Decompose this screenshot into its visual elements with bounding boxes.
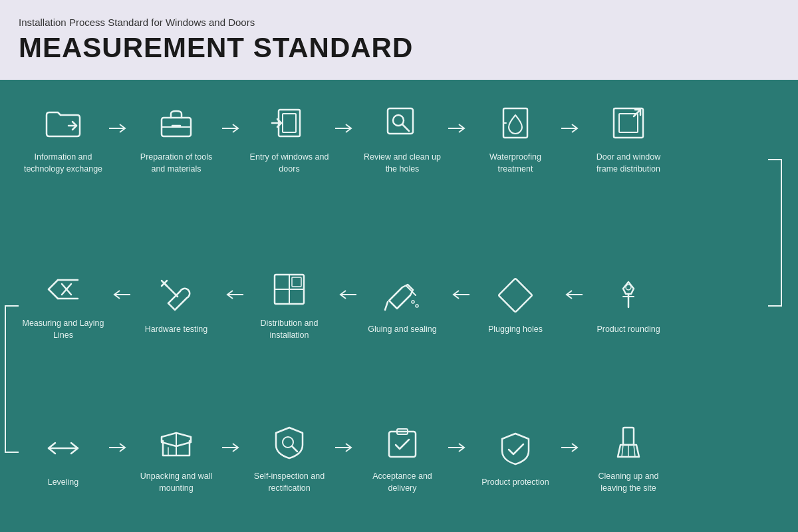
step-info-tech: Information and technology exchange — [20, 100, 106, 175]
step-cleanup: Cleaning up and leaving the site — [585, 419, 672, 494]
step-prep-tools-label: Preparation of tools and materials — [133, 152, 219, 175]
step-gluing: Gluing and sealing — [359, 272, 446, 336]
step-plugging-label: Plugging holes — [488, 324, 543, 336]
arrow-14 — [448, 441, 469, 454]
step-product-protect-label: Product protection — [481, 477, 549, 489]
row3: Leveling Unpacking and wall mounting — [20, 419, 672, 494]
step-measuring: Measuring and Laying Lines — [20, 266, 106, 341]
broom-icon — [605, 419, 652, 466]
header: Installation Process Standard for Window… — [0, 0, 798, 80]
svg-rect-59 — [623, 428, 634, 445]
svg-line-21 — [49, 289, 58, 299]
svg-line-60 — [622, 445, 623, 457]
arrow-11 — [109, 441, 130, 454]
arrow-15 — [561, 441, 583, 454]
header-subtitle: Installation Process Standard for Window… — [19, 17, 779, 28]
step-product-round-label: Product rounding — [597, 324, 660, 336]
wrench-icon — [153, 272, 200, 319]
svg-rect-18 — [619, 114, 638, 132]
svg-line-37 — [385, 302, 388, 310]
level-icon — [40, 425, 86, 471]
step-measuring-label: Measuring and Laying Lines — [20, 318, 106, 341]
protect-icon — [492, 425, 539, 471]
step-frame-dist-label: Door and window frame distribution — [585, 152, 672, 175]
arrow-12 — [222, 441, 243, 454]
row1: Information and technology exchange Prep… — [20, 100, 672, 175]
glue-icon — [379, 272, 426, 319]
arrow-8 — [335, 288, 356, 301]
row2: Measuring and Laying Lines Hardware test… — [20, 266, 672, 341]
plug-icon — [492, 272, 539, 319]
unpack-icon — [153, 419, 200, 466]
magnifier-icon — [379, 100, 426, 146]
arrow-7 — [222, 288, 243, 301]
header-title: MEASUREMENT STANDARD — [19, 32, 779, 64]
svg-rect-17 — [614, 108, 643, 138]
arrow-13 — [335, 441, 356, 454]
pin-icon — [605, 272, 652, 319]
step-plugging: Plugging holes — [472, 272, 559, 336]
step-self-inspect-label: Self-inspection and rectification — [246, 471, 332, 494]
waterproof-icon — [492, 100, 539, 146]
step-unpacking: Unpacking and wall mounting — [133, 419, 219, 494]
svg-line-12 — [402, 124, 409, 131]
main-content: Information and technology exchange Prep… — [0, 80, 798, 532]
step-entry-windows: Entry of windows and doors — [246, 100, 332, 175]
svg-rect-7 — [283, 114, 296, 132]
folder-icon — [40, 100, 86, 146]
step-unpacking-label: Unpacking and wall mounting — [133, 471, 219, 494]
step-info-tech-label: Information and technology exchange — [20, 152, 106, 175]
step-dist-install: Distribution and installation — [246, 266, 332, 341]
step-cleanup-label: Cleaning up and leaving the site — [585, 471, 672, 494]
entry-icon — [266, 100, 313, 146]
arrow-2 — [222, 122, 243, 135]
accept-icon — [379, 419, 426, 466]
step-review-holes-label: Review and clean up the holes — [359, 152, 446, 175]
step-self-inspect: Self-inspection and rectification — [246, 419, 332, 494]
arrow-1 — [109, 122, 130, 135]
step-waterproofing-label: Waterproofing treatment — [472, 152, 559, 175]
svg-rect-34 — [292, 277, 301, 287]
svg-rect-55 — [389, 432, 416, 457]
step-hardware: Hardware testing — [133, 272, 219, 336]
svg-line-53 — [292, 446, 297, 452]
step-hardware-label: Hardware testing — [145, 324, 208, 336]
svg-point-38 — [412, 301, 414, 303]
toolbox-icon — [153, 100, 200, 146]
step-gluing-label: Gluing and sealing — [368, 324, 437, 336]
step-leveling-label: Leveling — [48, 477, 79, 489]
svg-rect-10 — [388, 108, 413, 134]
arrow-10 — [561, 288, 583, 301]
step-frame-dist: Door and window frame distribution — [585, 100, 672, 175]
step-product-protect: Product protection — [472, 425, 559, 489]
step-waterproofing: Waterproofing treatment — [472, 100, 559, 175]
svg-line-20 — [49, 280, 58, 289]
measure-icon — [40, 266, 86, 313]
step-acceptance: Acceptance and delivery — [359, 419, 446, 494]
step-review-holes: Review and clean up the holes — [359, 100, 446, 175]
arrow-6 — [109, 288, 130, 301]
step-entry-windows-label: Entry of windows and doors — [246, 152, 332, 175]
step-acceptance-label: Acceptance and delivery — [359, 471, 446, 494]
svg-line-62 — [634, 445, 635, 457]
arrow-5 — [561, 122, 583, 135]
step-dist-install-label: Distribution and installation — [246, 318, 332, 341]
step-leveling: Leveling — [20, 425, 106, 489]
inspect-icon — [266, 419, 313, 466]
svg-point-39 — [416, 305, 418, 307]
svg-point-45 — [626, 285, 631, 290]
grid-icon — [266, 266, 313, 313]
svg-rect-41 — [499, 278, 533, 312]
arrow-9 — [448, 288, 469, 301]
frame-icon — [605, 100, 652, 146]
step-prep-tools: Preparation of tools and materials — [133, 100, 219, 175]
step-product-round: Product rounding — [585, 272, 672, 336]
arrow-4 — [448, 122, 469, 135]
arrow-3 — [335, 122, 356, 135]
